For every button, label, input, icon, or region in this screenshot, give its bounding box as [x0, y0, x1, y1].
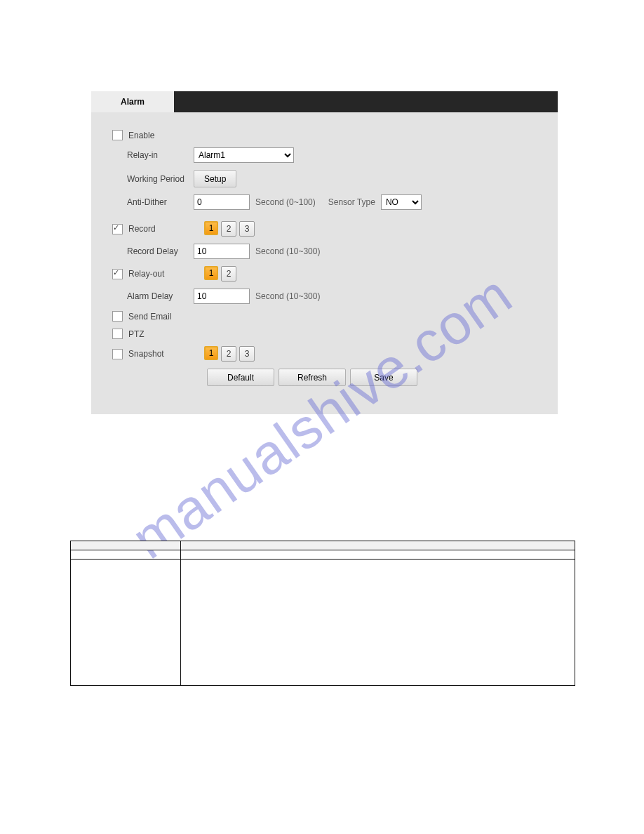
relay-out-label: Relay-out [128, 269, 204, 279]
ptz-label: PTZ [128, 329, 145, 339]
table-header-1 [71, 541, 181, 550]
record-delay-label: Record Delay [127, 246, 194, 256]
record-channel-1[interactable]: 1 [204, 221, 218, 235]
default-button[interactable]: Default [207, 369, 274, 386]
relay-out-channel-1[interactable]: 1 [204, 266, 218, 280]
send-email-label: Send Email [128, 312, 171, 322]
record-label: Record [128, 224, 204, 234]
save-button[interactable]: Save [350, 369, 417, 386]
sensor-type-select[interactable]: NO [381, 194, 422, 210]
setup-button[interactable]: Setup [194, 170, 236, 187]
sensor-type-label: Sensor Type [328, 197, 375, 207]
table-cell [181, 550, 575, 560]
relay-out-channel-group: 1 2 [204, 266, 236, 282]
record-channel-group: 1 2 3 [204, 221, 255, 237]
relay-in-select[interactable]: Alarm1 [194, 147, 294, 163]
anti-dither-input[interactable] [194, 194, 250, 210]
relay-in-label: Relay-in [127, 150, 194, 160]
refresh-button[interactable]: Refresh [279, 369, 346, 386]
snapshot-checkbox[interactable] [112, 349, 123, 359]
tab-bar: Alarm [91, 91, 558, 112]
record-channel-2[interactable]: 2 [221, 221, 236, 237]
table-cell [71, 550, 181, 560]
table-row [71, 560, 575, 686]
snapshot-channel-2[interactable]: 2 [221, 346, 236, 362]
parameter-table [70, 541, 575, 686]
relay-out-checkbox[interactable] [112, 269, 123, 279]
enable-checkbox[interactable] [112, 130, 123, 140]
record-channel-3[interactable]: 3 [239, 221, 255, 237]
send-email-checkbox[interactable] [112, 311, 123, 322]
alarm-delay-input[interactable] [194, 289, 250, 304]
alarm-delay-unit: Second (10~300) [255, 291, 320, 301]
tab-alarm[interactable]: Alarm [91, 91, 174, 112]
table-cell [181, 560, 575, 686]
working-period-label: Working Period [127, 174, 194, 184]
anti-dither-unit: Second (0~100) [255, 197, 316, 207]
panel-body: Enable Relay-in Alarm1 Working Period Se… [91, 112, 558, 414]
relay-out-channel-2[interactable]: 2 [221, 266, 236, 282]
enable-label: Enable [128, 131, 154, 140]
table-header-row [71, 541, 575, 550]
alarm-delay-label: Alarm Delay [127, 291, 194, 301]
snapshot-label: Snapshot [128, 349, 204, 359]
table-header-2 [181, 541, 575, 550]
table-cell [71, 560, 181, 686]
tab-bar-remainder [174, 91, 558, 112]
snapshot-channel-1[interactable]: 1 [204, 346, 218, 360]
record-checkbox[interactable] [112, 224, 123, 234]
record-delay-input[interactable] [194, 244, 250, 259]
snapshot-channel-3[interactable]: 3 [239, 346, 255, 362]
table-row [71, 550, 575, 560]
record-delay-unit: Second (10~300) [255, 246, 320, 256]
alarm-settings-panel: Alarm Enable Relay-in Alarm1 Working P [91, 91, 558, 414]
ptz-checkbox[interactable] [112, 329, 123, 339]
snapshot-channel-group: 1 2 3 [204, 346, 255, 362]
anti-dither-label: Anti-Dither [127, 197, 194, 207]
